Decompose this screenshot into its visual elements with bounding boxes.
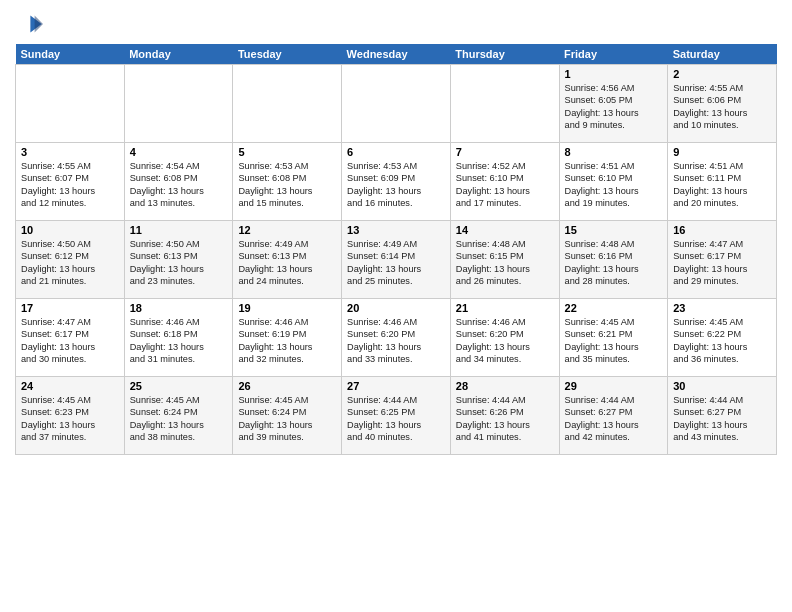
day-number: 28 xyxy=(456,380,554,392)
day-detail: Sunrise: 4:45 AM Sunset: 6:21 PM Dayligh… xyxy=(565,316,663,366)
calendar-header-cell: Tuesday xyxy=(233,44,342,65)
calendar-cell: 30Sunrise: 4:44 AM Sunset: 6:27 PM Dayli… xyxy=(668,377,777,455)
calendar-cell: 19Sunrise: 4:46 AM Sunset: 6:19 PM Dayli… xyxy=(233,299,342,377)
day-detail: Sunrise: 4:54 AM Sunset: 6:08 PM Dayligh… xyxy=(130,160,228,210)
calendar-header-cell: Sunday xyxy=(16,44,125,65)
day-number: 11 xyxy=(130,224,228,236)
calendar-cell: 16Sunrise: 4:47 AM Sunset: 6:17 PM Dayli… xyxy=(668,221,777,299)
day-number: 23 xyxy=(673,302,771,314)
day-detail: Sunrise: 4:53 AM Sunset: 6:09 PM Dayligh… xyxy=(347,160,445,210)
calendar-week-row: 17Sunrise: 4:47 AM Sunset: 6:17 PM Dayli… xyxy=(16,299,777,377)
calendar-header-row: SundayMondayTuesdayWednesdayThursdayFrid… xyxy=(16,44,777,65)
day-number: 27 xyxy=(347,380,445,392)
day-number: 26 xyxy=(238,380,336,392)
day-number: 14 xyxy=(456,224,554,236)
day-number: 24 xyxy=(21,380,119,392)
calendar-cell: 27Sunrise: 4:44 AM Sunset: 6:25 PM Dayli… xyxy=(342,377,451,455)
day-number: 12 xyxy=(238,224,336,236)
day-detail: Sunrise: 4:55 AM Sunset: 6:07 PM Dayligh… xyxy=(21,160,119,210)
calendar-week-row: 10Sunrise: 4:50 AM Sunset: 6:12 PM Dayli… xyxy=(16,221,777,299)
calendar-header-cell: Thursday xyxy=(450,44,559,65)
day-number: 6 xyxy=(347,146,445,158)
calendar-cell: 14Sunrise: 4:48 AM Sunset: 6:15 PM Dayli… xyxy=(450,221,559,299)
day-detail: Sunrise: 4:50 AM Sunset: 6:12 PM Dayligh… xyxy=(21,238,119,288)
day-number: 9 xyxy=(673,146,771,158)
day-detail: Sunrise: 4:46 AM Sunset: 6:20 PM Dayligh… xyxy=(456,316,554,366)
calendar-cell: 12Sunrise: 4:49 AM Sunset: 6:13 PM Dayli… xyxy=(233,221,342,299)
calendar-cell: 22Sunrise: 4:45 AM Sunset: 6:21 PM Dayli… xyxy=(559,299,668,377)
calendar-cell: 2Sunrise: 4:55 AM Sunset: 6:06 PM Daylig… xyxy=(668,65,777,143)
day-number: 15 xyxy=(565,224,663,236)
calendar-table: SundayMondayTuesdayWednesdayThursdayFrid… xyxy=(15,44,777,455)
day-number: 10 xyxy=(21,224,119,236)
day-number: 20 xyxy=(347,302,445,314)
logo xyxy=(15,10,47,38)
calendar-cell: 21Sunrise: 4:46 AM Sunset: 6:20 PM Dayli… xyxy=(450,299,559,377)
calendar-cell: 13Sunrise: 4:49 AM Sunset: 6:14 PM Dayli… xyxy=(342,221,451,299)
day-number: 1 xyxy=(565,68,663,80)
logo-icon xyxy=(15,10,43,38)
day-number: 18 xyxy=(130,302,228,314)
day-number: 4 xyxy=(130,146,228,158)
calendar-cell: 9Sunrise: 4:51 AM Sunset: 6:11 PM Daylig… xyxy=(668,143,777,221)
day-detail: Sunrise: 4:51 AM Sunset: 6:11 PM Dayligh… xyxy=(673,160,771,210)
calendar-cell: 3Sunrise: 4:55 AM Sunset: 6:07 PM Daylig… xyxy=(16,143,125,221)
calendar-header-cell: Monday xyxy=(124,44,233,65)
calendar-header-cell: Wednesday xyxy=(342,44,451,65)
day-number: 17 xyxy=(21,302,119,314)
day-detail: Sunrise: 4:46 AM Sunset: 6:20 PM Dayligh… xyxy=(347,316,445,366)
calendar-cell: 11Sunrise: 4:50 AM Sunset: 6:13 PM Dayli… xyxy=(124,221,233,299)
day-detail: Sunrise: 4:48 AM Sunset: 6:15 PM Dayligh… xyxy=(456,238,554,288)
day-number: 19 xyxy=(238,302,336,314)
calendar-cell: 10Sunrise: 4:50 AM Sunset: 6:12 PM Dayli… xyxy=(16,221,125,299)
day-number: 5 xyxy=(238,146,336,158)
day-detail: Sunrise: 4:50 AM Sunset: 6:13 PM Dayligh… xyxy=(130,238,228,288)
calendar-cell: 1Sunrise: 4:56 AM Sunset: 6:05 PM Daylig… xyxy=(559,65,668,143)
day-number: 25 xyxy=(130,380,228,392)
day-detail: Sunrise: 4:46 AM Sunset: 6:19 PM Dayligh… xyxy=(238,316,336,366)
day-detail: Sunrise: 4:45 AM Sunset: 6:23 PM Dayligh… xyxy=(21,394,119,444)
day-detail: Sunrise: 4:49 AM Sunset: 6:14 PM Dayligh… xyxy=(347,238,445,288)
day-detail: Sunrise: 4:44 AM Sunset: 6:27 PM Dayligh… xyxy=(673,394,771,444)
day-number: 13 xyxy=(347,224,445,236)
day-number: 16 xyxy=(673,224,771,236)
day-detail: Sunrise: 4:47 AM Sunset: 6:17 PM Dayligh… xyxy=(21,316,119,366)
day-detail: Sunrise: 4:45 AM Sunset: 6:24 PM Dayligh… xyxy=(238,394,336,444)
calendar-cell: 25Sunrise: 4:45 AM Sunset: 6:24 PM Dayli… xyxy=(124,377,233,455)
day-number: 2 xyxy=(673,68,771,80)
calendar-week-row: 3Sunrise: 4:55 AM Sunset: 6:07 PM Daylig… xyxy=(16,143,777,221)
calendar-cell xyxy=(342,65,451,143)
calendar-cell: 20Sunrise: 4:46 AM Sunset: 6:20 PM Dayli… xyxy=(342,299,451,377)
calendar-cell xyxy=(233,65,342,143)
calendar-header-cell: Friday xyxy=(559,44,668,65)
calendar-cell xyxy=(16,65,125,143)
day-detail: Sunrise: 4:52 AM Sunset: 6:10 PM Dayligh… xyxy=(456,160,554,210)
day-number: 21 xyxy=(456,302,554,314)
calendar-cell: 29Sunrise: 4:44 AM Sunset: 6:27 PM Dayli… xyxy=(559,377,668,455)
day-number: 29 xyxy=(565,380,663,392)
day-detail: Sunrise: 4:47 AM Sunset: 6:17 PM Dayligh… xyxy=(673,238,771,288)
day-detail: Sunrise: 4:45 AM Sunset: 6:24 PM Dayligh… xyxy=(130,394,228,444)
day-detail: Sunrise: 4:53 AM Sunset: 6:08 PM Dayligh… xyxy=(238,160,336,210)
calendar-cell: 5Sunrise: 4:53 AM Sunset: 6:08 PM Daylig… xyxy=(233,143,342,221)
calendar-cell: 7Sunrise: 4:52 AM Sunset: 6:10 PM Daylig… xyxy=(450,143,559,221)
calendar-cell: 23Sunrise: 4:45 AM Sunset: 6:22 PM Dayli… xyxy=(668,299,777,377)
calendar-week-row: 1Sunrise: 4:56 AM Sunset: 6:05 PM Daylig… xyxy=(16,65,777,143)
day-detail: Sunrise: 4:49 AM Sunset: 6:13 PM Dayligh… xyxy=(238,238,336,288)
day-number: 8 xyxy=(565,146,663,158)
calendar-cell: 18Sunrise: 4:46 AM Sunset: 6:18 PM Dayli… xyxy=(124,299,233,377)
calendar-cell: 24Sunrise: 4:45 AM Sunset: 6:23 PM Dayli… xyxy=(16,377,125,455)
calendar-cell: 4Sunrise: 4:54 AM Sunset: 6:08 PM Daylig… xyxy=(124,143,233,221)
calendar-week-row: 24Sunrise: 4:45 AM Sunset: 6:23 PM Dayli… xyxy=(16,377,777,455)
calendar-cell: 17Sunrise: 4:47 AM Sunset: 6:17 PM Dayli… xyxy=(16,299,125,377)
day-detail: Sunrise: 4:44 AM Sunset: 6:26 PM Dayligh… xyxy=(456,394,554,444)
calendar-cell: 15Sunrise: 4:48 AM Sunset: 6:16 PM Dayli… xyxy=(559,221,668,299)
page: SundayMondayTuesdayWednesdayThursdayFrid… xyxy=(0,0,792,612)
day-detail: Sunrise: 4:44 AM Sunset: 6:25 PM Dayligh… xyxy=(347,394,445,444)
day-number: 7 xyxy=(456,146,554,158)
day-detail: Sunrise: 4:46 AM Sunset: 6:18 PM Dayligh… xyxy=(130,316,228,366)
calendar-body: 1Sunrise: 4:56 AM Sunset: 6:05 PM Daylig… xyxy=(16,65,777,455)
calendar-header-cell: Saturday xyxy=(668,44,777,65)
day-detail: Sunrise: 4:48 AM Sunset: 6:16 PM Dayligh… xyxy=(565,238,663,288)
calendar-cell xyxy=(450,65,559,143)
